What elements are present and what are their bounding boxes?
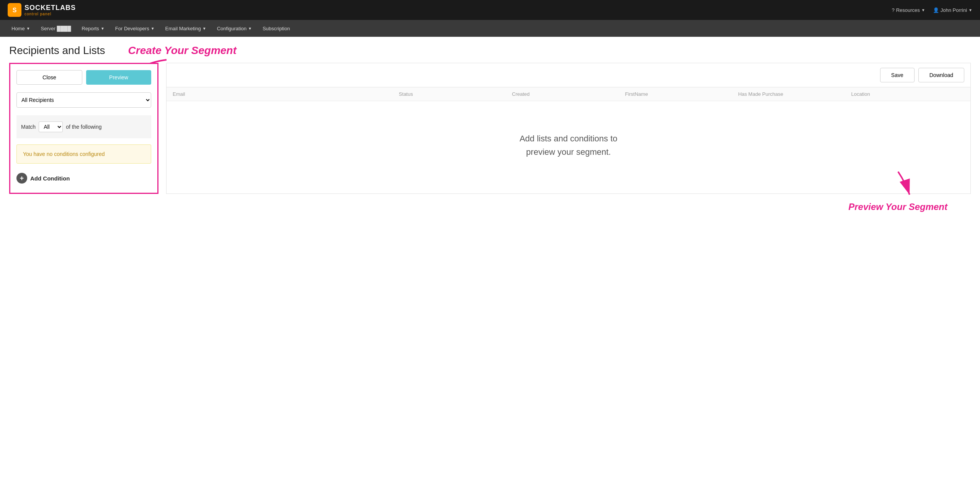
home-caret-icon: ▼ xyxy=(26,26,30,31)
nav-item-developers[interactable]: For Developers ▼ xyxy=(110,20,160,37)
right-panel: Save Download Email Status Created First… xyxy=(166,63,971,194)
top-right-actions: ? Resources ▼ 👤 John Porrini ▼ xyxy=(892,7,972,13)
col-location: Location xyxy=(851,91,964,97)
add-condition-label: Add Condition xyxy=(30,175,70,182)
col-firstname: FirstName xyxy=(625,91,738,97)
table-header: Email Status Created FirstName Has Made … xyxy=(167,87,970,101)
preview-segment-annotation: Preview Your Segment xyxy=(848,168,947,212)
nav-item-server[interactable]: Server ████ xyxy=(36,20,77,37)
user-icon: 👤 xyxy=(933,7,939,13)
nav-reports-label: Reports xyxy=(82,26,99,31)
logo-sub: control panel xyxy=(24,12,76,16)
nav-developers-label: For Developers xyxy=(115,26,149,31)
empty-state-container: Add lists and conditions topreview your … xyxy=(167,101,970,189)
nav-email-label: Email Marketing xyxy=(165,26,201,31)
col-created: Created xyxy=(512,91,625,97)
panel-buttons: Close Preview xyxy=(16,70,151,85)
nav-item-reports[interactable]: Reports ▼ xyxy=(76,20,109,37)
preview-button[interactable]: Preview xyxy=(86,70,151,85)
nav-home-label: Home xyxy=(11,26,25,31)
preview-segment-text: Preview Your Segment xyxy=(848,202,947,212)
match-label: Match xyxy=(21,124,36,130)
developers-caret-icon: ▼ xyxy=(151,26,155,31)
save-button[interactable]: Save xyxy=(880,68,915,82)
logo-name: SocketLabs xyxy=(24,4,76,12)
create-segment-text: Create Your Segment xyxy=(128,44,237,56)
close-button[interactable]: Close xyxy=(16,70,82,85)
config-caret-icon: ▼ xyxy=(248,26,252,31)
question-icon: ? xyxy=(892,7,894,13)
recipients-select[interactable]: All Recipients xyxy=(16,92,151,108)
logo-text: SocketLabs control panel xyxy=(24,4,76,16)
page-title: Recipients and Lists xyxy=(9,44,105,57)
resources-label: Resources xyxy=(896,7,920,13)
plus-circle-icon: + xyxy=(16,173,27,184)
preview-arrow-icon xyxy=(875,168,921,198)
user-caret-icon: ▼ xyxy=(969,8,972,12)
create-segment-annotation: Create Your Segment xyxy=(128,44,237,57)
logo-area: S SocketLabs control panel xyxy=(8,3,76,17)
nav-item-home[interactable]: Home ▼ xyxy=(6,20,36,37)
resources-menu[interactable]: ? Resources ▼ xyxy=(892,7,925,13)
main-layout: Close Preview All Recipients Match All A… xyxy=(9,63,971,194)
match-select[interactable]: All Any xyxy=(39,121,63,132)
nav-item-subscription[interactable]: Subscription xyxy=(257,20,296,37)
add-condition-button[interactable]: + Add Condition xyxy=(16,170,70,187)
download-button[interactable]: Download xyxy=(918,68,964,82)
logo-icon: S xyxy=(8,3,21,17)
svg-text:S: S xyxy=(13,7,17,13)
right-header: Save Download xyxy=(167,63,970,87)
reports-caret-icon: ▼ xyxy=(101,26,105,31)
user-menu[interactable]: 👤 John Porrini ▼ xyxy=(933,7,972,13)
page-content: Recipients and Lists Create Your Segment… xyxy=(0,37,980,492)
nav-subscription-label: Subscription xyxy=(263,26,290,31)
nav-config-label: Configuration xyxy=(217,26,247,31)
nav-bar: Home ▼ Server ████ Reports ▼ For Develop… xyxy=(0,20,980,37)
match-row: Match All Any of the following xyxy=(16,115,151,138)
top-bar: S SocketLabs control panel ? Resources ▼… xyxy=(0,0,980,20)
no-conditions-text: You have no conditions configured xyxy=(23,151,105,157)
nav-server-label: Server ████ xyxy=(41,26,71,31)
left-panel: Close Preview All Recipients Match All A… xyxy=(9,63,158,194)
email-caret-icon: ▼ xyxy=(203,26,206,31)
no-conditions-box: You have no conditions configured xyxy=(16,144,151,164)
col-email: Email xyxy=(173,91,399,97)
page-header: Recipients and Lists Create Your Segment xyxy=(9,44,971,57)
match-suffix: of the following xyxy=(66,124,101,130)
nav-item-email-marketing[interactable]: Email Marketing ▼ xyxy=(160,20,212,37)
resources-caret-icon: ▼ xyxy=(921,8,925,12)
col-status: Status xyxy=(399,91,512,97)
nav-item-configuration[interactable]: Configuration ▼ xyxy=(212,20,257,37)
col-has-made-purchase: Has Made Purchase xyxy=(738,91,851,97)
user-label: John Porrini xyxy=(941,7,967,13)
